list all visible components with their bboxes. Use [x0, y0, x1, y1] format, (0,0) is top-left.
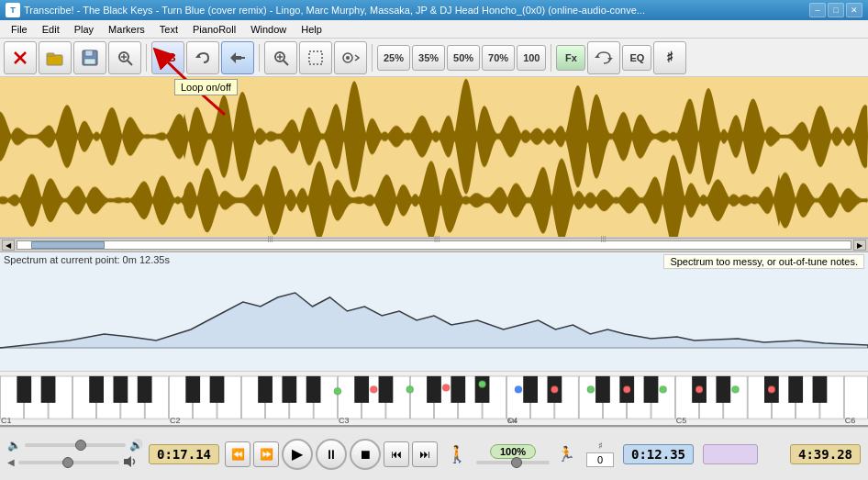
svg-rect-2	[47, 55, 62, 65]
menu-markers[interactable]: Markers	[101, 22, 152, 37]
play-button[interactable]: ▶	[282, 439, 313, 470]
svg-marker-22	[595, 55, 600, 58]
close-file-button[interactable]	[4, 41, 37, 74]
window-controls: – □ ✕	[809, 3, 862, 17]
toolbar-separator-4	[551, 44, 551, 72]
menu-text[interactable]: Text	[152, 22, 185, 37]
total-time-display: 4:39.28	[790, 444, 861, 464]
close-window-button[interactable]: ✕	[846, 3, 862, 17]
scroll-thumb[interactable]	[31, 241, 105, 249]
loop-button[interactable]	[221, 41, 254, 74]
walk-icon: 🚶	[447, 444, 467, 464]
spectrum-label: Spectrum at current point: 0m 12.35s	[4, 254, 170, 265]
menu-file[interactable]: File	[4, 22, 35, 37]
svg-rect-3	[47, 53, 54, 56]
menu-window[interactable]: Window	[243, 22, 294, 37]
toolbar-separator-3	[372, 44, 373, 72]
volume-slider[interactable]	[25, 443, 126, 447]
spectrum-display: Spectrum at current point: 0m 12.35s Spe…	[0, 252, 868, 372]
speed-slider[interactable]	[476, 461, 550, 464]
minimize-button[interactable]: –	[809, 3, 826, 17]
zoom-button[interactable]	[108, 41, 141, 74]
current-time-display: 0:17.14	[149, 444, 219, 464]
volume-thumb[interactable]	[75, 440, 86, 451]
pitch-control: ♯ 0	[586, 441, 614, 467]
svg-line-8	[128, 61, 132, 65]
transport-bar: 🔈 🔊 ◀ 0:17.14 ⏪ ⏩ ▶ ⏸ ⏹ ⏮ ⏭ 🚶 100%	[0, 427, 868, 480]
svg-point-20	[346, 56, 350, 60]
transport-controls: ⏪ ⏩ ▶ ⏸ ⏹ ⏮ ⏭	[225, 439, 438, 470]
toolbar-separator-2	[259, 44, 260, 72]
piano-display[interactable]	[0, 372, 868, 427]
menu-edit[interactable]: Edit	[35, 22, 67, 37]
ab-loop-button[interactable]: AB	[151, 41, 184, 74]
speed-thumb[interactable]	[511, 457, 522, 468]
volume-pan-sliders: 🔈 🔊 ◀	[7, 439, 143, 470]
speed-display[interactable]: 100%	[490, 444, 536, 459]
svg-line-15	[284, 61, 288, 65]
pitch-button[interactable]: ♯	[653, 41, 686, 74]
zoom-35-button[interactable]: 35%	[412, 45, 445, 71]
run-icon: 🏃	[557, 445, 575, 463]
rewind-button[interactable]: ⏪	[225, 441, 250, 467]
svg-rect-5	[85, 50, 93, 56]
zoom-100-button[interactable]: 100	[517, 45, 546, 71]
skip-back-button[interactable]: ⏮	[384, 441, 409, 467]
app-icon: T	[6, 3, 20, 17]
pitch-display[interactable]: 0	[586, 452, 614, 467]
zoom-50-button[interactable]: 50%	[447, 45, 480, 71]
color-swatch[interactable]	[703, 444, 758, 464]
volume-max-icon: 🔊	[129, 439, 143, 452]
window-title: Transcribe! - The Black Keys - Turn Blue…	[24, 5, 809, 16]
speed-control: 100%	[476, 444, 550, 464]
stop-button[interactable]: ⏹	[350, 439, 381, 470]
waveform-display[interactable]	[0, 77, 868, 238]
open-file-button[interactable]	[39, 41, 72, 74]
svg-rect-6	[84, 59, 95, 64]
fast-forward-button[interactable]: ⏩	[253, 441, 279, 467]
volume-min-icon: 🔈	[7, 439, 21, 452]
pan-left-icon: ◀	[7, 457, 15, 467]
menu-play[interactable]: Play	[67, 22, 101, 37]
undo-button[interactable]	[186, 41, 219, 74]
waveform-canvas	[0, 77, 868, 237]
spectrum-canvas	[0, 279, 868, 362]
maximize-button[interactable]: □	[828, 3, 844, 17]
select-button[interactable]	[299, 41, 332, 74]
pan-slider-row: ◀	[7, 455, 143, 470]
zoom-25-button[interactable]: 25%	[377, 45, 410, 71]
toolbar-separator-1	[146, 44, 147, 72]
volume-slider-row: 🔈 🔊	[7, 439, 143, 452]
piano-canvas	[0, 372, 868, 425]
speaker-icon	[123, 455, 138, 470]
svg-marker-12	[230, 52, 241, 63]
title-bar: T Transcribe! - The Black Keys - Turn Bl…	[0, 0, 868, 20]
toolbar: AB 25% 35% 50% 70% 100 Fx EQ ♯ Loop on/o…	[0, 39, 868, 77]
scroll-track[interactable]: ||| ||| |||	[17, 240, 851, 250]
pan-thumb[interactable]	[62, 457, 73, 468]
repeat-button[interactable]	[587, 41, 620, 74]
pan-slider[interactable]	[18, 461, 119, 464]
spectrum-notice: Spectrum too messy, or out-of-tune notes…	[663, 254, 864, 269]
svg-marker-21	[607, 58, 613, 61]
menu-pianoroll[interactable]: PianoRoll	[185, 22, 243, 37]
zoom-in-button[interactable]	[264, 41, 297, 74]
menu-bar: File Edit Play Markers Text PianoRoll Wi…	[0, 20, 868, 39]
scroll-right-button[interactable]: ▶	[853, 240, 866, 251]
zoom-70-button[interactable]: 70%	[482, 45, 515, 71]
fx-button[interactable]: Fx	[556, 45, 585, 71]
pause-button[interactable]: ⏸	[316, 439, 347, 470]
skip-forward-button[interactable]: ⏭	[412, 441, 438, 467]
marker-time-display: 0:12.35	[623, 444, 694, 464]
scroll-left-button[interactable]: ◀	[2, 240, 15, 251]
save-file-button[interactable]	[73, 41, 106, 74]
sharp-icon: ♯	[598, 441, 603, 451]
eq-button[interactable]: EQ	[622, 45, 651, 71]
svg-marker-24	[124, 456, 131, 467]
svg-rect-18	[309, 51, 322, 64]
horizontal-scrollbar[interactable]: ◀ ||| ||| ||| ▶	[0, 238, 868, 252]
follow-button[interactable]	[334, 41, 367, 74]
menu-help[interactable]: Help	[294, 22, 329, 37]
